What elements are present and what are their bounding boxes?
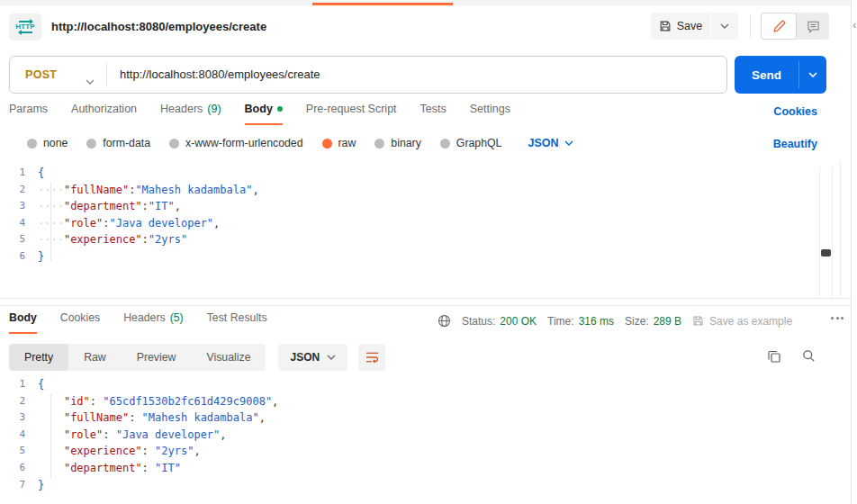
radio-dot bbox=[27, 139, 37, 148]
tab-headers[interactable]: Headers(9) bbox=[160, 103, 221, 125]
wrap-lines-button[interactable] bbox=[358, 344, 385, 371]
tab-label: Body bbox=[9, 311, 37, 324]
postman-app: { "colors": { "accent_orange": "#ff6c37"… bbox=[0, 0, 857, 504]
line-content: "role": "Java developer", bbox=[38, 427, 227, 444]
save-floppy-icon bbox=[692, 315, 704, 327]
line-content: "experience": "2yrs", bbox=[38, 443, 201, 460]
radio-graphql[interactable]: GraphQL bbox=[440, 137, 502, 149]
editor-scrollbar-track[interactable] bbox=[819, 167, 833, 297]
text-wrap-icon bbox=[365, 351, 379, 364]
view-tab-visualize[interactable]: Visualize bbox=[191, 344, 266, 371]
beautify-link[interactable]: Beautify bbox=[773, 138, 817, 150]
radio-dot bbox=[374, 139, 384, 148]
tab-authorization[interactable]: Authorization bbox=[71, 103, 137, 125]
line-content: "id": "65cdf1530b2fc61d429c9008", bbox=[38, 393, 278, 410]
response-tabs: Body Cookies Headers(5) Test Results bbox=[9, 311, 267, 334]
cookies-link[interactable]: Cookies bbox=[773, 105, 817, 118]
tab-test-results[interactable]: Test Results bbox=[207, 311, 267, 334]
response-body-editor[interactable]: 1{2 "id": "65cdf1530b2fc61d429c9008",3 "… bbox=[0, 376, 278, 493]
tab-label: Test Results bbox=[207, 311, 267, 324]
line-content: ····"experience":"2yrs" bbox=[38, 231, 187, 248]
view-tab-preview[interactable]: Preview bbox=[122, 344, 192, 371]
line-number: 7 bbox=[0, 477, 38, 494]
response-content-type-label: JSON bbox=[290, 351, 320, 364]
method-selector[interactable]: POST bbox=[25, 68, 57, 81]
collapse-chevron-icon[interactable]: ‹ bbox=[852, 18, 856, 32]
code-line: 1{ bbox=[0, 165, 259, 182]
line-content: ····"fullName":"Mahesh kadambala", bbox=[38, 182, 259, 199]
radio-dot bbox=[86, 139, 96, 148]
radio-none[interactable]: none bbox=[27, 137, 68, 149]
size-value: 289 B bbox=[654, 315, 681, 328]
code-line: 5····"experience":"2yrs" bbox=[0, 231, 259, 248]
tab-params[interactable]: Params bbox=[9, 103, 48, 125]
tab-settings[interactable]: Settings bbox=[470, 103, 510, 125]
tab-label: Headers bbox=[123, 311, 165, 324]
radio-x-www-form-urlencoded[interactable]: x-www-form-urlencoded bbox=[169, 137, 303, 149]
method-url-divider bbox=[106, 63, 107, 86]
line-number: 6 bbox=[0, 248, 38, 266]
tab-label: Headers bbox=[160, 103, 203, 115]
code-line: 3····"department":"IT", bbox=[0, 198, 259, 215]
save-as-example-button[interactable]: Save as example bbox=[692, 315, 792, 328]
code-line: 2····"fullName":"Mahesh kadambala", bbox=[0, 182, 259, 199]
line-content: } bbox=[38, 248, 44, 266]
active-tab-indicator bbox=[312, 3, 453, 5]
radio-dot-selected bbox=[322, 139, 332, 148]
copy-response-button[interactable] bbox=[767, 349, 781, 367]
tab-label: Cookies bbox=[60, 311, 100, 324]
save-options-button[interactable] bbox=[711, 13, 738, 40]
request-body-editor[interactable]: 1{2····"fullName":"Mahesh kadambala",3··… bbox=[0, 165, 259, 266]
tab-response-cookies[interactable]: Cookies bbox=[60, 311, 100, 334]
tab-response-body[interactable]: Body bbox=[9, 311, 37, 334]
radio-raw[interactable]: raw bbox=[322, 137, 356, 149]
indent-guide bbox=[50, 394, 51, 479]
code-line: 5 "experience": "2yrs", bbox=[0, 443, 278, 460]
line-content: { bbox=[38, 376, 44, 393]
header-divider bbox=[750, 14, 751, 38]
radio-form-data[interactable]: form-data bbox=[86, 137, 150, 149]
send-options-chevron-icon[interactable] bbox=[799, 56, 826, 94]
response-meta: Status:200 OK Time:316 ms Size:289 B Sav… bbox=[438, 314, 792, 328]
method-chevron-icon[interactable] bbox=[86, 72, 95, 88]
save-button[interactable]: Save bbox=[651, 13, 710, 40]
radio-label: raw bbox=[338, 137, 356, 149]
status-pair: Status:200 OK bbox=[462, 315, 537, 328]
view-tab-pretty[interactable]: Pretty bbox=[9, 344, 68, 371]
tab-body[interactable]: Body bbox=[245, 103, 283, 125]
view-tab-raw[interactable]: Raw bbox=[68, 344, 122, 371]
response-content-type-dropdown[interactable]: JSON bbox=[278, 344, 347, 371]
request-pane-bottom-border bbox=[0, 298, 851, 299]
save-button-label: Save bbox=[677, 20, 703, 32]
code-line: 1{ bbox=[0, 376, 278, 393]
tab-label: Tests bbox=[420, 103, 447, 115]
radio-binary[interactable]: binary bbox=[374, 137, 421, 149]
radio-dot bbox=[169, 139, 179, 148]
url-input[interactable]: http://localhost:8080/employees/create bbox=[120, 68, 320, 81]
code-line: 6 "department": "IT" bbox=[0, 460, 278, 477]
editor-scrollbar-thumb[interactable] bbox=[821, 249, 831, 256]
right-sidebar-edge[interactable] bbox=[851, 0, 857, 504]
window-tab-strip bbox=[0, 0, 857, 5]
indent-guide bbox=[50, 182, 51, 261]
line-content: { bbox=[38, 165, 44, 182]
status-label: Status: bbox=[462, 315, 495, 328]
comments-button[interactable] bbox=[797, 13, 829, 40]
content-type-label: JSON bbox=[528, 137, 558, 149]
code-line: 6} bbox=[0, 248, 259, 266]
send-button[interactable]: Send bbox=[735, 56, 826, 94]
code-line: 4 "role": "Java developer", bbox=[0, 427, 278, 444]
search-response-button[interactable] bbox=[802, 349, 816, 366]
code-line: 2 "id": "65cdf1530b2fc61d429c9008", bbox=[0, 393, 278, 410]
tab-tests[interactable]: Tests bbox=[420, 103, 447, 125]
line-content: "department": "IT" bbox=[38, 460, 181, 477]
request-url-bar bbox=[9, 56, 727, 94]
response-more-actions-icon[interactable] bbox=[831, 317, 843, 320]
content-type-dropdown[interactable]: JSON bbox=[528, 137, 573, 149]
tab-pre-request-script[interactable]: Pre-request Script bbox=[306, 103, 397, 125]
pane-resizer[interactable] bbox=[0, 305, 851, 306]
edit-mode-button[interactable] bbox=[761, 13, 797, 40]
tab-response-headers[interactable]: Headers(5) bbox=[123, 311, 184, 334]
pencil-icon bbox=[772, 20, 786, 33]
tab-label: Settings bbox=[470, 103, 510, 115]
